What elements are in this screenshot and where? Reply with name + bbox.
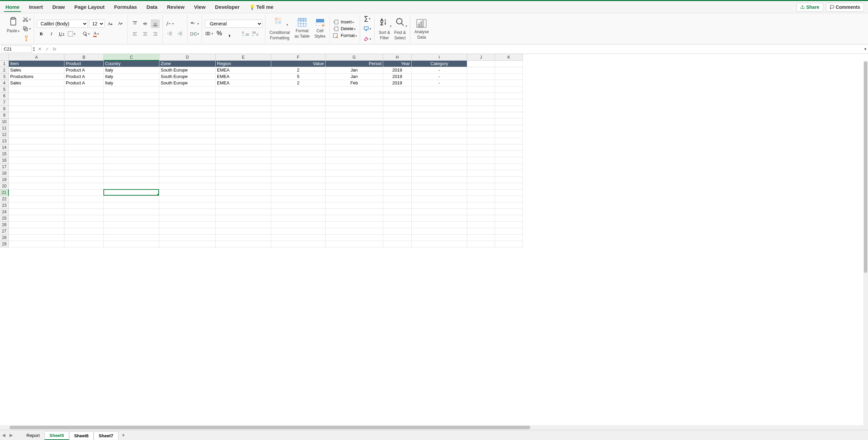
cell-E1[interactable]: Region	[216, 61, 271, 67]
cell-A2[interactable]: Sales	[9, 67, 64, 74]
cell-F1[interactable]: Value	[271, 61, 326, 67]
cell-B24[interactable]	[64, 209, 104, 215]
fx-icon[interactable]: fx	[51, 46, 58, 52]
cell-B23[interactable]	[64, 202, 104, 209]
cell-G2[interactable]: Jan	[326, 67, 383, 74]
vertical-scrollbar[interactable]	[863, 61, 868, 425]
column-header-B[interactable]: B	[64, 54, 104, 61]
cell-G23[interactable]	[326, 202, 383, 209]
cell-B22[interactable]	[64, 196, 104, 202]
cell-J23[interactable]	[467, 202, 495, 209]
increase-decimal-button[interactable]: .0.00	[241, 29, 250, 38]
row-header-21[interactable]: 21	[0, 189, 9, 196]
cell-I19[interactable]	[412, 177, 467, 183]
cell-B8[interactable]	[64, 106, 104, 112]
cell-J20[interactable]	[467, 183, 495, 189]
cell-K17[interactable]	[495, 164, 523, 170]
name-box-down[interactable]: ▾	[33, 49, 35, 52]
cell-J26[interactable]	[467, 222, 495, 228]
formula-input[interactable]	[58, 46, 863, 52]
cell-A16[interactable]	[9, 157, 64, 164]
cell-J13[interactable]	[467, 138, 495, 144]
number-format-select[interactable]: General	[205, 20, 262, 28]
row-header-28[interactable]: 28	[0, 235, 9, 241]
select-all-corner[interactable]	[0, 54, 9, 61]
cell-J8[interactable]	[467, 106, 495, 112]
cell-C19[interactable]	[104, 177, 159, 183]
cell-D28[interactable]	[159, 235, 216, 241]
cell-J29[interactable]	[467, 241, 495, 247]
cell-G7[interactable]	[326, 99, 383, 106]
cell-I14[interactable]	[412, 144, 467, 151]
cell-E19[interactable]	[216, 177, 271, 183]
row-header-16[interactable]: 16	[0, 157, 9, 164]
row-header-19[interactable]: 19	[0, 177, 9, 183]
analyse-data-button[interactable]: AnalyseData	[413, 17, 430, 40]
cell-D6[interactable]	[159, 93, 216, 99]
cell-B3[interactable]: Product A	[64, 74, 104, 80]
align-center-button[interactable]	[141, 29, 150, 38]
ribbon-tab-formulas[interactable]: Formulas	[113, 2, 138, 12]
cell-I3[interactable]: -	[412, 74, 467, 80]
cell-J7[interactable]	[467, 99, 495, 106]
cell-G27[interactable]	[326, 228, 383, 235]
cell-F7[interactable]	[271, 99, 326, 106]
ribbon-tab-view[interactable]: View	[193, 2, 207, 12]
cell-H12[interactable]	[383, 132, 412, 138]
cell-styles-button[interactable]: CellStyles	[313, 16, 327, 41]
borders-button[interactable]	[67, 29, 76, 38]
cell-I10[interactable]	[412, 119, 467, 125]
cell-A26[interactable]	[9, 222, 64, 228]
cell-G24[interactable]	[326, 209, 383, 215]
cell-G12[interactable]	[326, 132, 383, 138]
cell-I11[interactable]	[412, 125, 467, 132]
cell-D15[interactable]	[159, 151, 216, 157]
cell-K24[interactable]	[495, 209, 523, 215]
share-button[interactable]: Share	[796, 3, 823, 12]
decrease-indent-button[interactable]	[165, 29, 174, 38]
cell-G1[interactable]: Period	[326, 61, 383, 67]
cell-F27[interactable]	[271, 228, 326, 235]
cell-J17[interactable]	[467, 164, 495, 170]
cell-J12[interactable]	[467, 132, 495, 138]
cell-E29[interactable]	[216, 241, 271, 247]
cell-K12[interactable]	[495, 132, 523, 138]
sort-filter-button[interactable]: AZ Sort &Filter	[377, 16, 391, 41]
cell-E26[interactable]	[216, 222, 271, 228]
cell-F3[interactable]: 5	[271, 74, 326, 80]
cell-A10[interactable]	[9, 119, 64, 125]
cell-I13[interactable]	[412, 138, 467, 144]
cell-F24[interactable]	[271, 209, 326, 215]
cell-B29[interactable]	[64, 241, 104, 247]
cell-A24[interactable]	[9, 209, 64, 215]
cell-I28[interactable]	[412, 235, 467, 241]
cell-I29[interactable]	[412, 241, 467, 247]
cell-I15[interactable]	[412, 151, 467, 157]
row-header-17[interactable]: 17	[0, 164, 9, 170]
cell-K7[interactable]	[495, 99, 523, 106]
cell-J19[interactable]	[467, 177, 495, 183]
cell-C15[interactable]	[104, 151, 159, 157]
cell-E24[interactable]	[216, 209, 271, 215]
ribbon-tab-tell-me[interactable]: Tell me	[248, 2, 275, 12]
decrease-decimal-button[interactable]: .00.0	[251, 29, 260, 38]
find-select-button[interactable]: Find &Select	[393, 16, 407, 41]
cell-E8[interactable]	[216, 106, 271, 112]
cell-F25[interactable]	[271, 215, 326, 222]
cell-C9[interactable]	[104, 112, 159, 119]
cell-E17[interactable]	[216, 164, 271, 170]
cell-G21[interactable]	[326, 189, 383, 196]
clear-button[interactable]	[363, 35, 372, 43]
align-top-button[interactable]	[131, 19, 139, 28]
wrap-text-button[interactable]: ab	[190, 19, 199, 28]
cell-D4[interactable]: South Europe	[159, 80, 216, 86]
column-header-E[interactable]: E	[216, 54, 271, 61]
cell-D10[interactable]	[159, 119, 216, 125]
cell-D25[interactable]	[159, 215, 216, 222]
cell-G6[interactable]	[326, 93, 383, 99]
cell-K19[interactable]	[495, 177, 523, 183]
cell-C27[interactable]	[104, 228, 159, 235]
cell-I4[interactable]: -	[412, 80, 467, 86]
cell-H15[interactable]	[383, 151, 412, 157]
cell-F10[interactable]	[271, 119, 326, 125]
